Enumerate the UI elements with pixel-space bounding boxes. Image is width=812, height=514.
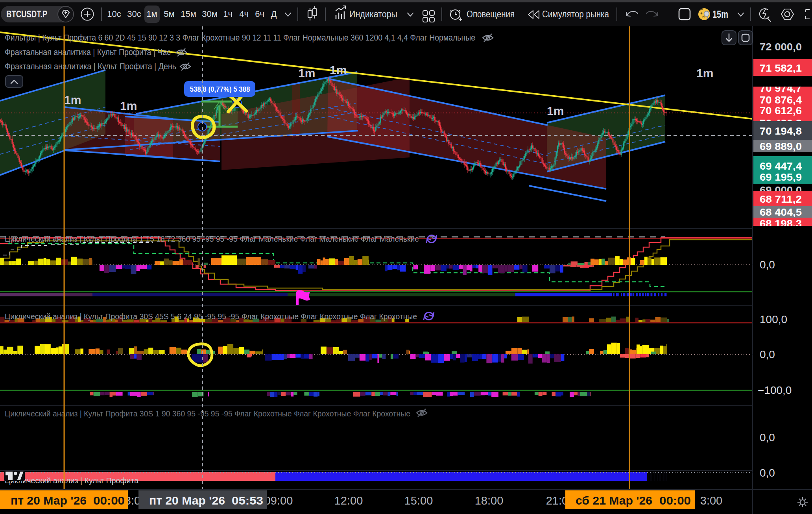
svg-text:70 876,4: 70 876,4 bbox=[760, 94, 802, 105]
svg-text:6ч: 6ч bbox=[255, 9, 264, 19]
svg-text:сб 21 Мар '26: сб 21 Мар '26 bbox=[576, 494, 652, 507]
svg-text:69 889,0: 69 889,0 bbox=[760, 141, 802, 152]
svg-text:Циклический анализ | Культ Про: Циклический анализ | Культ Профита 30S 4… bbox=[5, 312, 417, 321]
svg-text:−100,0: −100,0 bbox=[758, 384, 792, 396]
svg-text:69 447,4: 69 447,4 bbox=[760, 161, 802, 172]
svg-text:1м: 1м bbox=[146, 9, 157, 19]
svg-text:69 195,9: 69 195,9 bbox=[760, 172, 802, 183]
svg-text:Оповещения: Оповещения bbox=[467, 9, 515, 19]
svg-text:1m: 1m bbox=[64, 93, 81, 106]
svg-text:4ч: 4ч bbox=[239, 9, 249, 19]
svg-text:0,0: 0,0 bbox=[760, 431, 775, 444]
svg-text:0,0: 0,0 bbox=[760, 348, 775, 361]
svg-text:Циклический анализ | Культ Про: Циклический анализ | Культ Профита bbox=[5, 476, 139, 485]
svg-text:10с: 10с bbox=[107, 9, 121, 19]
svg-text:00:00: 00:00 bbox=[659, 494, 691, 507]
svg-text:1m: 1m bbox=[547, 104, 564, 117]
svg-text:100,0: 100,0 bbox=[760, 313, 787, 325]
svg-text:15m: 15m bbox=[712, 9, 728, 20]
svg-text:5м: 5м bbox=[164, 9, 174, 19]
svg-text:Фрактальная аналитика | Культ: Фрактальная аналитика | Культ Профита | … bbox=[5, 47, 171, 57]
svg-text:Д: Д bbox=[271, 9, 277, 19]
svg-text:0,0: 0,0 bbox=[760, 467, 775, 479]
svg-text:Симулятор рынка: Симулятор рынка bbox=[542, 9, 609, 19]
svg-text:BTCUSDT.P: BTCUSDT.P bbox=[6, 9, 47, 19]
svg-text:30м: 30м bbox=[202, 9, 218, 19]
svg-text:пт 20 Мар '26: пт 20 Мар '26 bbox=[11, 494, 87, 507]
svg-text:Фильтры | Культ Профита 6 60 2: Фильтры | Культ Профита 6 60 2D 45 15 90… bbox=[5, 33, 475, 43]
svg-text:1m: 1m bbox=[330, 63, 347, 76]
svg-text:00:00: 00:00 bbox=[93, 494, 125, 507]
svg-text:1m: 1m bbox=[298, 67, 315, 80]
svg-text:Циклический анализ | Культ Про: Циклический анализ | Культ Профита 30S 1… bbox=[5, 409, 410, 418]
svg-text:68 711,2: 68 711,2 bbox=[760, 194, 802, 205]
svg-text:1m: 1m bbox=[696, 67, 713, 80]
svg-text:3:00: 3:00 bbox=[700, 494, 722, 507]
svg-text:15м: 15м bbox=[181, 9, 196, 19]
svg-text:30с: 30с bbox=[127, 9, 141, 19]
svg-text:0,0: 0,0 bbox=[760, 259, 775, 271]
svg-text:Индикаторы: Индикаторы bbox=[349, 9, 397, 19]
svg-text:538,8 (0,77%) 5 388: 538,8 (0,77%) 5 388 bbox=[190, 85, 250, 93]
svg-text:71 582,1: 71 582,1 bbox=[760, 63, 802, 74]
svg-text:68 404,5: 68 404,5 bbox=[760, 207, 802, 218]
svg-text:72 000,0: 72 000,0 bbox=[760, 41, 802, 52]
svg-text:1m: 1m bbox=[120, 99, 137, 112]
svg-text:12:00: 12:00 bbox=[334, 494, 363, 507]
svg-text:18:00: 18:00 bbox=[475, 494, 504, 507]
svg-text:Циклический анализ | Культ Про: Циклический анализ | Культ Профита 1 15 … bbox=[5, 235, 419, 243]
svg-text:05:53: 05:53 bbox=[232, 494, 263, 507]
svg-text:09:00: 09:00 bbox=[264, 494, 293, 507]
svg-text:пт 20 Мар '26: пт 20 Мар '26 bbox=[149, 494, 225, 507]
svg-text:1ч: 1ч bbox=[223, 9, 233, 19]
svg-text:70 612,6: 70 612,6 bbox=[760, 105, 802, 116]
svg-text:Фрактальная аналитика | Культ: Фрактальная аналитика | Культ Профита | … bbox=[5, 61, 176, 71]
svg-text:15:00: 15:00 bbox=[404, 494, 433, 507]
svg-text:70 194,8: 70 194,8 bbox=[760, 126, 802, 137]
